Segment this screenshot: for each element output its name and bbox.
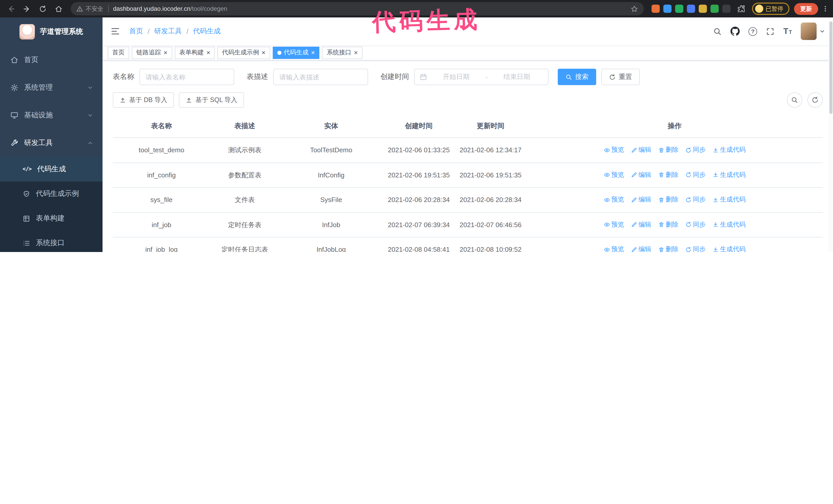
table-name-input[interactable] <box>139 69 234 85</box>
tab[interactable]: 表单构建× <box>174 46 215 59</box>
reset-button[interactable]: 重置 <box>601 69 640 85</box>
edit-action[interactable]: 编辑 <box>631 245 651 252</box>
date-range-picker[interactable]: 开始日期 - 结束日期 <box>414 69 548 85</box>
tab-close-icon[interactable]: × <box>354 49 358 56</box>
generate-code-action[interactable]: 生成代码 <box>712 145 745 155</box>
table-desc-cell: 文件表 <box>210 187 279 212</box>
delete-action[interactable]: 删除 <box>658 245 679 252</box>
search-button[interactable]: 搜索 <box>558 69 596 85</box>
table-desc-input[interactable] <box>273 69 368 85</box>
entity-cell: InfJob <box>279 212 383 237</box>
text-size-icon[interactable] <box>783 27 792 35</box>
import-db-label: 基于 DB 导入 <box>129 96 167 104</box>
github-icon[interactable] <box>731 27 740 36</box>
preview-action[interactable]: 预览 <box>603 220 624 230</box>
sidebar-item[interactable]: 基础设施 <box>0 101 102 129</box>
preview-action[interactable]: 预览 <box>603 145 624 155</box>
edit-action[interactable]: 编辑 <box>631 145 651 155</box>
extension-icon[interactable] <box>698 5 707 13</box>
sync-icon <box>685 247 691 252</box>
browser-home-button[interactable] <box>52 2 65 16</box>
generate-code-action[interactable]: 生成代码 <box>712 195 745 205</box>
delete-action[interactable]: 删除 <box>658 145 679 155</box>
preview-action[interactable]: 预览 <box>603 245 624 252</box>
browser-menu-icon[interactable] <box>822 5 829 13</box>
sidebar-subitem[interactable]: 代码生成示例 <box>0 182 102 206</box>
delete-action[interactable]: 删除 <box>658 220 679 230</box>
extension-icon[interactable] <box>687 5 695 13</box>
browser-update-button[interactable]: 更新 <box>794 3 818 15</box>
preview-action[interactable]: 预览 <box>603 170 624 180</box>
download-icon <box>712 197 718 203</box>
sidebar-item[interactable]: 首页 <box>0 46 102 74</box>
sidebar-item[interactable]: 系统管理 <box>0 74 102 101</box>
sync-action[interactable]: 同步 <box>685 170 706 180</box>
generate-code-action[interactable]: 生成代码 <box>712 245 745 252</box>
table-row: inf_config参数配置表InfConfig2021-02-06 19:51… <box>113 163 823 187</box>
sidebar-item[interactable]: 研发工具 <box>0 129 102 157</box>
preview-action[interactable]: 预览 <box>603 195 624 205</box>
sync-action[interactable]: 同步 <box>685 195 706 205</box>
user-avatar <box>801 23 816 40</box>
page-scrollbar[interactable] <box>828 18 833 252</box>
tab[interactable]: 链路追踪× <box>132 46 172 59</box>
created-time-cell: 2021-02-08 04:58:41 <box>383 237 455 252</box>
edit-action[interactable]: 编辑 <box>631 170 651 180</box>
breadcrumb-item[interactable]: 研发工具 <box>154 27 182 36</box>
sidebar-subitem[interactable]: 表单构建 <box>0 206 102 231</box>
refresh-table-button[interactable] <box>807 92 823 108</box>
sidebar-subitem[interactable]: 系统接口 <box>0 231 102 252</box>
sidebar-subitem[interactable]: </>代码生成 <box>0 157 102 182</box>
page-url: dashboard.yudao.iocoder.cn/tool/codegen <box>113 5 227 12</box>
tab-close-icon[interactable]: × <box>311 49 315 56</box>
browser-forward-button[interactable] <box>20 2 33 16</box>
extension-icon[interactable] <box>722 5 730 13</box>
generate-code-action[interactable]: 生成代码 <box>712 220 745 230</box>
search-icon[interactable] <box>713 27 722 35</box>
app-logo[interactable]: 芋道管理系统 <box>0 18 102 46</box>
import-db-button[interactable]: 基于 DB 导入 <box>113 92 174 108</box>
edit-icon <box>631 147 637 153</box>
tab-close-icon[interactable]: × <box>164 49 167 56</box>
tab[interactable]: 代码生成× <box>273 46 319 59</box>
bookmark-star-icon[interactable] <box>630 5 638 13</box>
upload-icon <box>119 97 126 103</box>
sync-action[interactable]: 同步 <box>685 220 706 230</box>
sync-action[interactable]: 同步 <box>685 245 706 252</box>
hamburger-icon[interactable] <box>111 27 120 36</box>
tab[interactable]: 首页 <box>108 46 129 59</box>
delete-action[interactable]: 删除 <box>658 170 679 180</box>
scrollbar-thumb[interactable] <box>829 22 832 114</box>
breadcrumb-item[interactable]: 代码生成 <box>193 27 221 36</box>
address-bar[interactable]: 不安全 dashboard.yudao.iocoder.cn/tool/code… <box>71 2 644 16</box>
tag-bar: 首页链路追踪×表单构建×代码生成示例×代码生成×系统接口× <box>102 45 833 61</box>
extensions-puzzle-icon[interactable] <box>737 5 745 13</box>
chevron-down-icon <box>87 112 93 118</box>
toggle-search-button[interactable] <box>787 92 802 108</box>
browser-back-button[interactable] <box>4 2 18 16</box>
breadcrumb-item[interactable]: 首页 <box>129 27 143 36</box>
table-name-cell: inf_job <box>113 212 210 237</box>
profile-paused-chip[interactable]: 已暂停 <box>752 3 789 15</box>
delete-action[interactable]: 删除 <box>658 195 679 205</box>
tab[interactable]: 系统接口× <box>322 46 362 59</box>
user-menu[interactable] <box>801 23 825 40</box>
extension-icon[interactable] <box>710 5 718 13</box>
trash-icon <box>658 197 664 203</box>
help-icon[interactable] <box>748 27 757 35</box>
extension-icon[interactable] <box>675 5 683 13</box>
tab[interactable]: 代码生成示例× <box>217 46 270 59</box>
sync-action[interactable]: 同步 <box>685 145 706 155</box>
security-warning[interactable]: 不安全 <box>76 5 103 13</box>
tab-label: 代码生成 <box>284 48 309 57</box>
tab-close-icon[interactable]: × <box>261 49 265 56</box>
generate-code-action[interactable]: 生成代码 <box>712 170 745 180</box>
tab-close-icon[interactable]: × <box>206 49 210 56</box>
fullscreen-icon[interactable] <box>766 27 775 35</box>
extension-icon[interactable] <box>663 5 671 13</box>
extension-icon[interactable] <box>651 5 660 13</box>
edit-action[interactable]: 编辑 <box>631 220 651 230</box>
edit-action[interactable]: 编辑 <box>631 195 651 205</box>
browser-refresh-button[interactable] <box>36 2 49 16</box>
import-sql-button[interactable]: 基于 SQL 导入 <box>179 92 244 108</box>
